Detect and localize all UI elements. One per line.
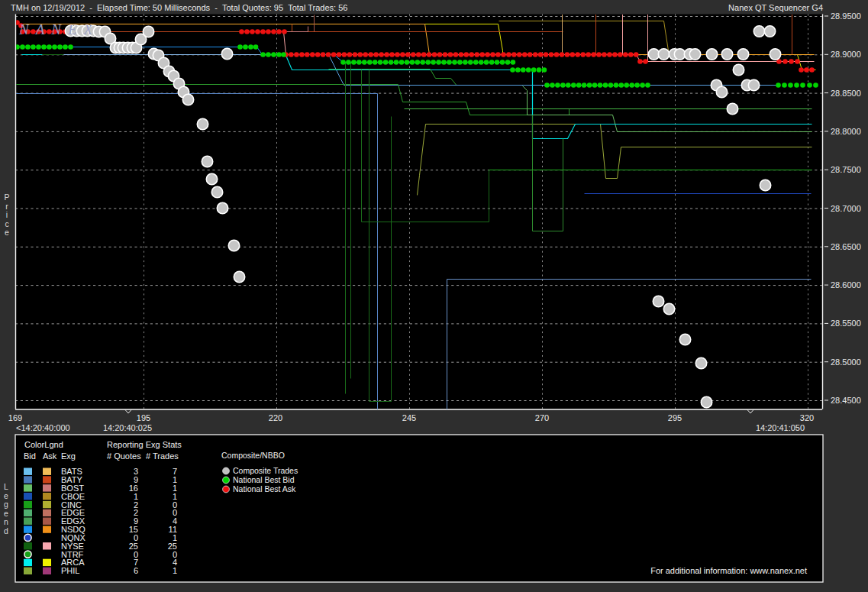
svg-text:14:20:41:050: 14:20:41:050 xyxy=(756,423,805,432)
svg-text:e: e xyxy=(4,491,8,500)
svg-text:28.9000: 28.9000 xyxy=(831,50,861,59)
svg-text:L: L xyxy=(4,482,8,491)
svg-text:For additional information: ww: For additional information: www.nanex.ne… xyxy=(650,566,807,575)
svg-text:<14:20:40:000: <14:20:40:000 xyxy=(16,423,70,432)
svg-text:245: 245 xyxy=(402,413,416,422)
svg-text:TMH on 12/19/2012 - Elapsed: TMH on 12/19/2012 - Elapsed Time: 50 Mil… xyxy=(11,3,347,12)
svg-text:14:20:40:025: 14:20:40:025 xyxy=(103,423,152,432)
svg-text:Composite/NBBO: Composite/NBBO xyxy=(221,451,285,460)
svg-text:r: r xyxy=(5,202,8,211)
svg-text:Ask: Ask xyxy=(43,451,57,461)
svg-text:e: e xyxy=(5,228,9,237)
svg-text:28.6500: 28.6500 xyxy=(831,242,861,251)
svg-text:28.4500: 28.4500 xyxy=(831,396,861,405)
svg-text:National Best Ask: National Best Ask xyxy=(233,484,296,493)
svg-text:NANEX: NANEX xyxy=(18,21,99,37)
svg-text:6: 6 xyxy=(134,566,138,575)
svg-text:28.8000: 28.8000 xyxy=(831,127,861,136)
svg-text:e: e xyxy=(4,509,8,518)
svg-text:PHIL: PHIL xyxy=(61,566,79,575)
svg-text:National Best Bid: National Best Bid xyxy=(233,475,295,484)
svg-text:# Trades: # Trades xyxy=(146,451,179,461)
svg-text:28.6000: 28.6000 xyxy=(831,280,861,290)
svg-text:270: 270 xyxy=(535,413,549,422)
svg-text:1: 1 xyxy=(173,566,177,575)
svg-text:i: i xyxy=(6,210,8,219)
svg-text:Nanex QT Sequencer G4: Nanex QT Sequencer G4 xyxy=(728,3,823,12)
svg-text:220: 220 xyxy=(269,413,282,422)
svg-text:28.7500: 28.7500 xyxy=(831,165,861,174)
svg-text:28.7000: 28.7000 xyxy=(831,204,861,213)
svg-text:# Quotes: # Quotes xyxy=(107,451,141,461)
svg-text:28.5500: 28.5500 xyxy=(831,319,861,328)
svg-text:c: c xyxy=(5,219,8,228)
svg-text:Bid: Bid xyxy=(24,451,36,461)
svg-text:n: n xyxy=(4,517,8,526)
svg-text:295: 295 xyxy=(668,413,682,422)
svg-text:28.9500: 28.9500 xyxy=(831,11,861,21)
svg-text:Composite Trades: Composite Trades xyxy=(233,466,298,475)
svg-text:195: 195 xyxy=(137,413,150,422)
svg-text:Reporting Exg Stats: Reporting Exg Stats xyxy=(107,440,182,449)
svg-text:Exg: Exg xyxy=(61,451,76,461)
svg-text:28.8500: 28.8500 xyxy=(831,89,861,98)
svg-text:ColorLgnd: ColorLgnd xyxy=(24,440,63,449)
svg-text:P: P xyxy=(4,192,9,202)
svg-text:g: g xyxy=(4,500,8,509)
svg-text:28.5000: 28.5000 xyxy=(831,357,861,367)
svg-text:169: 169 xyxy=(8,413,22,422)
svg-text:320: 320 xyxy=(800,413,814,422)
svg-text:d: d xyxy=(4,526,8,535)
